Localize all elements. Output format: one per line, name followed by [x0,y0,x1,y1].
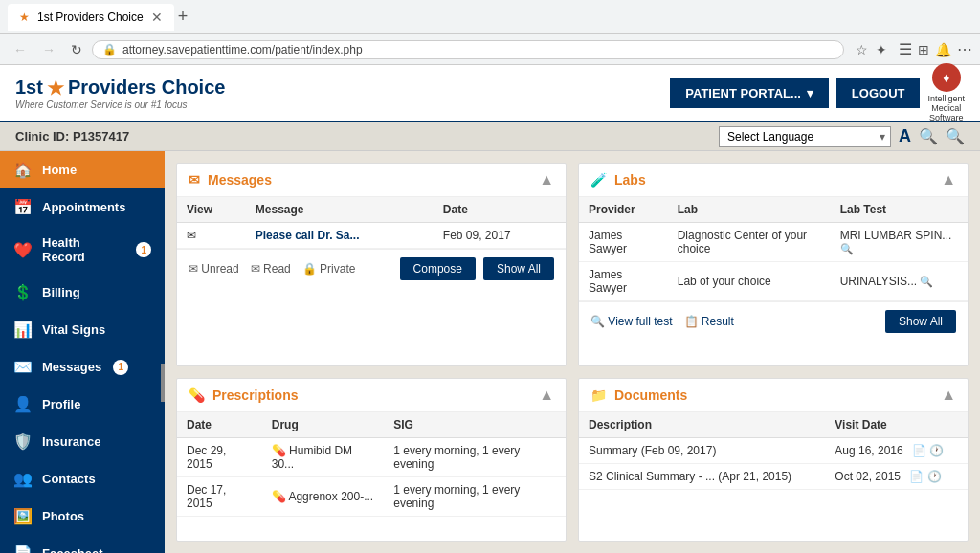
tab-close-icon[interactable]: ✕ [151,10,163,25]
back-button[interactable]: ← [8,40,33,59]
address-bar-icons: ☆ ✦ [856,42,887,57]
ims-icon: ♦ [932,63,961,92]
doc-clock-icon-2[interactable]: 🕐 [927,470,942,483]
menu-icon[interactable]: ☰ [899,40,912,58]
labs-footer: 🔍 View full test 📋 Result Show All [579,301,968,341]
dropdown-arrow-icon: ▾ [807,86,813,100]
sidebar-label-contacts: Contacts [42,472,96,486]
toolbar-icons: A 🔍 🔍 [899,126,965,146]
messages-footer-left: ✉ Unread ✉ Read 🔒 Private [189,262,355,276]
documents-collapse-button[interactable]: ▲ [941,387,956,404]
sidebar-item-vital-signs[interactable]: 📊 Vital Signs [0,311,165,348]
prx-sig-1: 1 every morning, 1 every evening [384,437,566,476]
sidebar-item-profile[interactable]: 👤 Profile [0,386,165,423]
prescriptions-collapse-button[interactable]: ▲ [539,387,554,404]
sidebar-item-home[interactable]: 🏠 Home [0,151,165,188]
sidebar-item-billing[interactable]: 💲 Billing [0,274,165,311]
prx-col-date: Date [177,412,262,438]
lab-lab-1: Diagnostic Center of your choice [668,223,831,262]
profile-icon: 👤 [13,395,33,413]
chart-icon: 📊 [13,321,33,339]
envelope-icon: ✉ [187,229,196,242]
sidebar-collapse-handle[interactable]: ‹ [161,364,165,402]
lab-lab-2: Lab of your choice [668,262,831,301]
lab-test-2: URINALYSIS... 🔍 [831,262,968,301]
language-select-wrap[interactable]: Select Language [719,126,891,147]
messages-col-date: Date [434,197,566,223]
table-row: Dec 17, 2015 💊 Aggrenox 200-... 1 every … [177,476,566,516]
logo-subtitle: Where Customer Service is our #1 focus [15,100,225,110]
patient-portal-button[interactable]: PATIENT PORTAL... ▾ [670,78,829,108]
view-full-test-link[interactable]: 🔍 View full test [590,315,673,328]
prx-col-sig: SIG [384,412,566,438]
prx-date-1: Dec 29, 2015 [177,437,262,476]
messages-footer-right: Compose Show All [400,257,554,280]
sidebar-item-health-record[interactable]: ❤️ Health Record 1 [0,226,165,274]
search-icon-1[interactable]: 🔍 [919,127,938,145]
sidebar-label-vital-signs: Vital Signs [42,322,105,337]
doc-col-visit-date: Visit Date [825,412,968,438]
clinic-bar: Clinic ID: P1357417 Select Language A 🔍 … [0,122,980,151]
msg-text[interactable]: Please call Dr. Sa... [246,223,434,249]
lab-search-icon-1[interactable]: 🔍 [840,243,854,254]
text-size-icon[interactable]: A [899,126,911,146]
ims-logo: ♦ Intelligent Medical Software [927,63,965,122]
sidebar-label-home: Home [42,163,77,177]
result-link[interactable]: 📋 Result [684,315,734,328]
sidebar-item-appointments[interactable]: 📅 Appointments [0,188,165,226]
new-tab-button[interactable]: + [178,7,189,27]
browser-nav-bar: ← → ↻ 🔒 attorney.savepatienttime.com/pat… [0,34,980,65]
labs-show-all-button[interactable]: Show All [885,310,956,333]
sidebar-item-contacts[interactable]: 👥 Contacts [0,460,165,498]
table-row: James Sawyer Diagnostic Center of your c… [579,223,968,262]
logo-star: ★ [47,77,64,100]
insurance-icon: 🛡️ [13,432,33,451]
labs-card: 🧪 Labs ▲ Provider Lab Lab Test James Saw… [578,163,969,366]
logo-suffix: Providers Choice [68,77,226,99]
sidebar-item-photos[interactable]: 🖼️ Photos [0,498,165,535]
sidebar-label-photos: Photos [42,509,84,523]
labs-col-provider: Provider [579,197,668,223]
messages-col-message: Message [246,197,434,223]
compose-button[interactable]: Compose [400,257,476,280]
main-layout: 🏠 Home 📅 Appointments ❤️ Health Record 1… [0,151,980,553]
photos-icon: 🖼️ [13,507,33,525]
address-bar[interactable]: 🔒 attorney.savepatienttime.com/patient/i… [92,40,844,59]
logo-prefix: 1st [15,77,43,99]
messages-card: ✉ Messages ▲ View Message Date ✉ Please [176,163,567,366]
refresh-button[interactable]: ↻ [65,40,88,59]
browser-tab[interactable]: ★ 1st Providers Choice ✕ [8,4,174,31]
extensions-icon[interactable]: ⊞ [918,42,929,57]
doc-clock-icon-1[interactable]: 🕐 [929,444,944,457]
star-icon[interactable]: ✦ [876,42,887,57]
messages-collapse-button[interactable]: ▲ [539,171,554,188]
messages-show-all-button[interactable]: Show All [483,257,554,280]
dollar-icon: 💲 [13,283,33,301]
content-area: ✉ Messages ▲ View Message Date ✉ Please [165,151,980,553]
doc-file-icon-2[interactable]: 📄 [909,470,924,483]
labs-collapse-button[interactable]: ▲ [941,171,956,188]
lab-search-icon-2[interactable]: 🔍 [920,276,933,287]
contacts-icon: 👥 [13,470,33,488]
more-icon[interactable]: ⋯ [957,40,972,58]
logo-area: 1st ★ Providers Choice Where Customer Se… [15,77,225,110]
search-icon-2[interactable]: 🔍 [946,127,965,145]
table-row: Dec 29, 2015 💊 Humibid DM 30... 1 every … [177,437,566,476]
heart-icon: ❤️ [13,241,33,259]
sidebar-item-facesheet[interactable]: 📄 Facesheet [0,535,165,553]
labs-col-test: Lab Test [831,197,968,223]
doc-file-icon-1[interactable]: 📄 [912,444,926,457]
sidebar-item-messages[interactable]: ✉️ Messages 1 ‹ [0,348,165,386]
messages-card-header: ✉ Messages ▲ [177,164,566,197]
labs-footer-right: Show All [885,310,956,333]
table-row: James Sawyer Lab of your choice URINALYS… [579,262,968,301]
lock-icon: 🔒 [102,43,117,56]
forward-button[interactable]: → [36,40,61,59]
prx-col-drug: Drug [262,412,385,438]
bookmark-icon[interactable]: ☆ [856,42,868,57]
sidebar-item-insurance[interactable]: 🛡️ Insurance [0,423,165,460]
notifications-icon[interactable]: 🔔 [935,42,951,57]
language-select[interactable]: Select Language [719,126,891,147]
logout-button[interactable]: LOGOUT [836,78,921,108]
labs-footer-left: 🔍 View full test 📋 Result [590,315,734,328]
